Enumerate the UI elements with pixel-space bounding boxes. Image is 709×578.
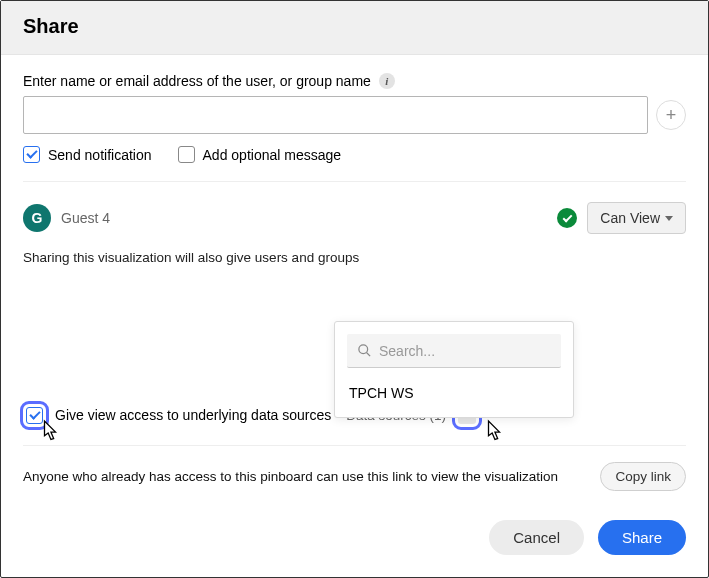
give-access-checkbox-focus: [23, 404, 46, 427]
add-message-option[interactable]: Add optional message: [178, 146, 342, 163]
avatar: G: [23, 204, 51, 232]
data-source-search[interactable]: Search...: [347, 334, 561, 368]
search-placeholder: Search...: [379, 343, 435, 359]
send-notification-option[interactable]: Send notification: [23, 146, 152, 163]
shared-user-row: G Guest 4 Can View: [23, 182, 686, 248]
send-notification-checkbox[interactable]: [23, 146, 40, 163]
dialog-footer: Cancel Share: [1, 512, 708, 577]
status-ok-icon: [557, 208, 577, 228]
chevron-down-icon: [665, 216, 673, 221]
add-recipient-button[interactable]: +: [656, 100, 686, 130]
user-name: Guest 4: [61, 210, 547, 226]
recipient-label-text: Enter name or email address of the user,…: [23, 73, 371, 89]
recipient-input[interactable]: [23, 96, 648, 134]
send-notification-label: Send notification: [48, 147, 152, 163]
recipient-label: Enter name or email address of the user,…: [23, 73, 686, 89]
recipient-input-row: +: [23, 96, 686, 134]
dialog-title: Share: [1, 1, 708, 55]
give-access-checkbox[interactable]: [26, 407, 43, 424]
cursor-icon: [483, 419, 505, 447]
data-source-item[interactable]: TPCH WS: [347, 368, 561, 405]
dialog-body: Enter name or email address of the user,…: [1, 55, 708, 512]
search-icon: [357, 343, 372, 358]
give-access-label: Give view access to underlying data sour…: [55, 407, 331, 423]
share-button[interactable]: Share: [598, 520, 686, 555]
data-sources-popover: Search... TPCH WS: [334, 321, 574, 418]
info-icon[interactable]: i: [379, 73, 395, 89]
cancel-button[interactable]: Cancel: [489, 520, 584, 555]
svg-point-0: [359, 345, 368, 354]
add-message-checkbox[interactable]: [178, 146, 195, 163]
options-row: Send notification Add optional message: [23, 146, 686, 181]
copy-link-button[interactable]: Copy link: [600, 462, 686, 491]
permission-label: Can View: [600, 210, 660, 226]
share-note: Sharing this visualization will also giv…: [23, 250, 686, 265]
link-row: Anyone who already has access to this pi…: [23, 446, 686, 509]
share-dialog: Share Enter name or email address of the…: [0, 0, 709, 578]
permission-dropdown[interactable]: Can View: [587, 202, 686, 234]
add-message-label: Add optional message: [203, 147, 342, 163]
link-info-text: Anyone who already has access to this pi…: [23, 469, 586, 484]
svg-line-1: [367, 353, 370, 356]
